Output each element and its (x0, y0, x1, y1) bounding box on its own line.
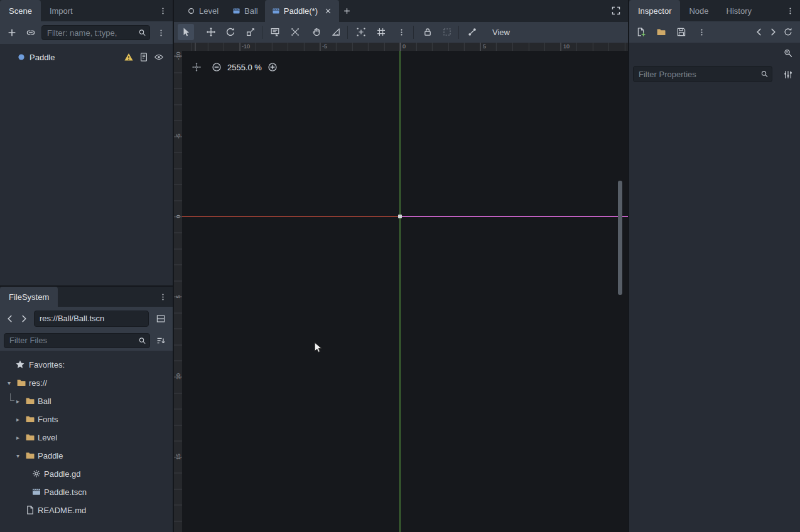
fs-row-readme[interactable]: README.md (0, 502, 173, 518)
new-resource-button[interactable] (633, 24, 649, 40)
warning-icon[interactable] (124, 52, 134, 62)
scene-dock-menu-icon[interactable] (155, 3, 170, 18)
select-tool-button[interactable] (178, 24, 194, 40)
scene-tree-row-paddle[interactable]: Paddle (0, 49, 173, 65)
rotate-tool-button[interactable] (222, 24, 239, 40)
gdscript-icon (31, 469, 41, 479)
group-node-button[interactable] (439, 24, 455, 40)
tab-history[interactable]: History (718, 0, 760, 21)
fs-filter-input[interactable] (4, 333, 150, 348)
close-icon[interactable] (324, 7, 332, 15)
toolbar-separator (413, 26, 414, 39)
pan-tool-button[interactable] (308, 24, 325, 40)
new-scene-tab-button[interactable] (339, 3, 355, 19)
ruler-tool-button[interactable] (328, 24, 344, 40)
grid-snap-button[interactable] (373, 24, 389, 40)
toolbar-separator (347, 26, 348, 39)
fs-row-paddle[interactable]: ▾ Paddle (0, 447, 173, 464)
expand-arrow-icon[interactable]: ▾ (16, 452, 19, 459)
filesystem-dock-menu-icon[interactable] (155, 289, 170, 304)
pivot-tool-button[interactable] (287, 24, 303, 40)
toggle-split-mode-icon[interactable] (153, 311, 169, 327)
mouse-cursor (314, 342, 325, 353)
scene-dock-toolbar (0, 21, 173, 44)
resource-menu-icon[interactable] (693, 24, 710, 40)
script-icon[interactable] (139, 52, 149, 62)
doc-search-icon[interactable] (780, 45, 796, 61)
property-tools-icon[interactable] (780, 66, 796, 83)
fs-label: Level (38, 433, 57, 442)
tab-inspector[interactable]: Inspector (629, 0, 680, 21)
tab-filesystem[interactable]: FileSystem (0, 287, 58, 307)
fs-back-button[interactable] (4, 311, 16, 327)
folder-icon (25, 450, 35, 460)
visibility-eye-icon[interactable] (154, 52, 164, 62)
scene-tab-ball[interactable]: Ball (225, 0, 265, 22)
inspector-dock-menu-icon[interactable] (782, 3, 797, 18)
fs-row-ball[interactable]: ▸ Ball (0, 393, 173, 409)
scene-dock-tabbar: Scene Import (0, 0, 173, 21)
viewport-2d: -10 -5 0 5 10 -10 -5 0 5 10 15 (174, 43, 628, 532)
scene-tab-paddle[interactable]: Paddle(*) (265, 0, 339, 22)
filesystem-filter-bar (0, 330, 173, 351)
main-editor-area: Level Ball Paddle(*) (174, 0, 628, 532)
expand-arrow-icon[interactable]: ▸ (16, 416, 19, 423)
fs-row-level[interactable]: ▸ Level (0, 429, 173, 445)
zoom-widget: 2555.0 % (212, 62, 278, 72)
expand-arrow-icon[interactable]: ▸ (16, 434, 19, 441)
snap-options-menu-icon[interactable] (393, 24, 409, 40)
expand-arrow-icon[interactable]: ▸ (16, 398, 19, 405)
left-dock: Scene Import Paddle (0, 0, 174, 532)
object-history-icon[interactable] (780, 24, 796, 40)
scene-tab-level[interactable]: Level (180, 0, 225, 22)
zoom-level[interactable]: 2555.0 % (227, 63, 262, 72)
instance-scene-button[interactable] (23, 24, 39, 41)
folder-icon (25, 414, 35, 424)
fs-row-favorites[interactable]: Favorites: (0, 356, 173, 373)
fs-row-fonts[interactable]: ▸ Fonts (0, 411, 173, 427)
fs-label: res:// (29, 378, 47, 388)
fs-row-res[interactable]: ▾ res:// (0, 375, 173, 391)
scene-toolbar-menu-icon[interactable] (153, 24, 169, 41)
smart-snap-button[interactable] (353, 24, 369, 40)
tab-scene[interactable]: Scene (0, 0, 41, 21)
vertical-scrollbar[interactable] (618, 181, 622, 295)
zoom-out-button[interactable] (212, 62, 222, 72)
x-axis-line (182, 216, 400, 217)
tab-scene-label: Scene (9, 6, 32, 16)
filesystem-dock: FileSystem Fav (0, 285, 173, 532)
tab-import[interactable]: Import (41, 0, 82, 21)
save-resource-button[interactable] (673, 24, 689, 40)
load-resource-button[interactable] (653, 24, 669, 40)
scene-filter-input[interactable] (41, 25, 150, 40)
history-forward-icon[interactable] (766, 24, 780, 40)
view-menu-button[interactable]: View (485, 24, 517, 40)
tab-inspector-label: Inspector (638, 6, 671, 16)
viewport-canvas[interactable]: 2555.0 % (182, 51, 628, 532)
move-tool-button[interactable] (203, 24, 219, 40)
scale-tool-button[interactable] (242, 24, 259, 40)
lock-node-button[interactable] (419, 24, 436, 40)
select-list-button[interactable] (267, 24, 283, 40)
fs-row-paddle-gd[interactable]: Paddle.gd (0, 466, 173, 482)
scene-tab-label: Level (199, 6, 219, 16)
filesystem-tabbar: FileSystem (0, 287, 173, 307)
fs-forward-button[interactable] (18, 311, 30, 327)
fs-row-paddle-tscn[interactable]: Paddle.tscn (0, 484, 173, 500)
inspector-filter-input[interactable] (633, 66, 772, 82)
fs-path-input[interactable] (34, 311, 149, 327)
tab-filesystem-label: FileSystem (9, 292, 49, 302)
tab-history-label: History (727, 6, 752, 16)
skeleton-options-button[interactable] (464, 24, 480, 40)
tab-node[interactable]: Node (680, 0, 717, 21)
distraction-free-icon[interactable] (608, 3, 624, 19)
toolbar-separator (458, 26, 459, 39)
zoom-in-button[interactable] (268, 62, 278, 72)
sort-files-icon[interactable] (153, 332, 169, 349)
add-node-button[interactable] (4, 24, 20, 41)
history-back-icon[interactable] (752, 24, 766, 40)
ruler-label: 10 (563, 43, 570, 51)
scene-tab-label: Ball (244, 6, 258, 16)
inspector-content (629, 43, 800, 532)
expand-arrow-icon[interactable]: ▾ (8, 380, 11, 386)
